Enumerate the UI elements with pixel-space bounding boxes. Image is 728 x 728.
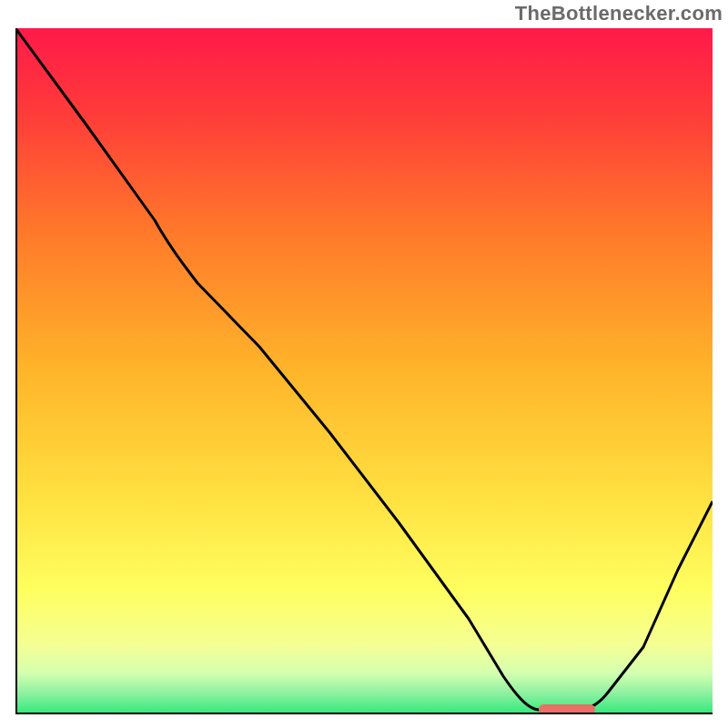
x-axis: [15, 713, 713, 714]
bottleneck-curve: [15, 28, 713, 714]
watermark-text: TheBottlenecker.com: [515, 2, 723, 25]
plot-area: [15, 28, 713, 714]
y-axis: [15, 28, 17, 714]
chart-container: TheBottlenecker.com: [0, 0, 728, 728]
